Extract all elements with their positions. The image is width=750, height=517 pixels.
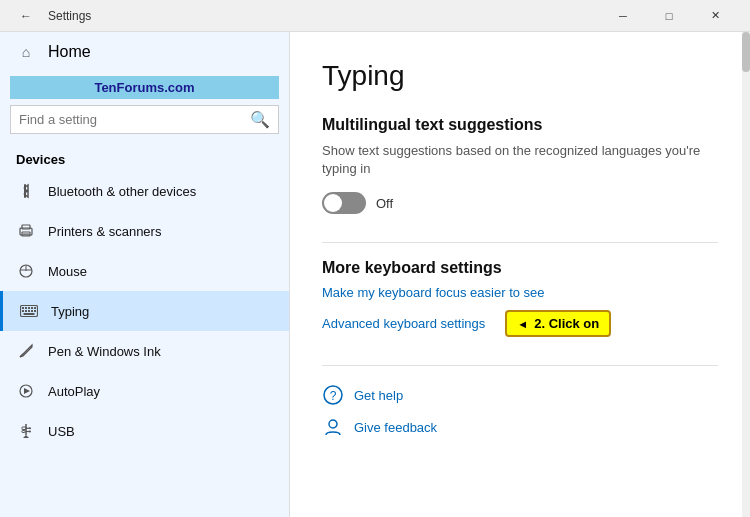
svg-rect-11: [22, 307, 24, 309]
mouse-icon: [16, 261, 36, 281]
bluetooth-icon: [16, 181, 36, 201]
sidebar-item-autoplay[interactable]: AutoPlay: [0, 371, 289, 411]
mouse-label: Mouse: [48, 264, 87, 279]
advanced-link[interactable]: Advanced keyboard settings: [322, 316, 485, 331]
svg-rect-15: [34, 307, 36, 309]
toggle-knob: [324, 194, 342, 212]
toggle-label: Off: [376, 196, 393, 211]
sidebar: ⌂ Home TenForums.com 🔍 Devices Bluetooth…: [0, 32, 290, 517]
feedback-item[interactable]: Give feedback: [322, 416, 718, 438]
window-title: Settings: [48, 9, 91, 23]
devices-section-label: Devices: [0, 144, 289, 171]
svg-point-29: [29, 427, 31, 429]
minimize-button[interactable]: ─: [600, 0, 646, 32]
bluetooth-label: Bluetooth & other devices: [48, 184, 196, 199]
svg-marker-24: [24, 388, 30, 394]
sidebar-item-printers[interactable]: Printers & scanners: [0, 211, 289, 251]
svg-rect-30: [22, 431, 25, 433]
section-divider: [322, 242, 718, 243]
svg-rect-20: [34, 310, 36, 312]
app-body: ⌂ Home TenForums.com 🔍 Devices Bluetooth…: [0, 32, 750, 517]
close-button[interactable]: ✕: [692, 0, 738, 32]
search-input[interactable]: [19, 112, 250, 127]
svg-point-32: [29, 431, 31, 433]
title-bar-nav: ←: [12, 2, 40, 30]
watermark: TenForums.com: [10, 76, 279, 99]
help-item[interactable]: ? Get help: [322, 384, 718, 406]
footer-section: ? Get help Give feedback: [322, 365, 718, 438]
maximize-button[interactable]: □: [646, 0, 692, 32]
keyboard-heading: More keyboard settings: [322, 259, 718, 277]
feedback-link[interactable]: Give feedback: [354, 420, 437, 435]
back-icon: ←: [20, 9, 32, 23]
title-bar: ← Settings ─ □ ✕: [0, 0, 750, 32]
multilingual-toggle-row: Off: [322, 192, 718, 214]
page-title: Typing: [322, 60, 718, 92]
callout-2: 2. Click on: [505, 310, 611, 337]
focus-link[interactable]: Make my keyboard focus easier to see: [322, 285, 718, 300]
back-button[interactable]: ←: [12, 2, 40, 30]
svg-rect-14: [31, 307, 33, 309]
pen-icon: [16, 341, 36, 361]
sidebar-item-pen[interactable]: Pen & Windows Ink: [0, 331, 289, 371]
typing-label: Typing: [51, 304, 89, 319]
usb-icon: [16, 421, 36, 441]
sidebar-item-bluetooth[interactable]: Bluetooth & other devices: [0, 171, 289, 211]
svg-rect-19: [31, 310, 33, 312]
sidebar-item-home[interactable]: ⌂ Home: [0, 32, 289, 72]
usb-label: USB: [48, 424, 75, 439]
autoplay-icon: [16, 381, 36, 401]
scrollbar-track[interactable]: [742, 32, 750, 517]
search-box[interactable]: 🔍: [10, 105, 279, 134]
svg-rect-17: [25, 310, 27, 312]
multilingual-desc: Show text suggestions based on the recog…: [322, 142, 718, 178]
printer-icon: [16, 221, 36, 241]
sidebar-item-usb[interactable]: USB: [0, 411, 289, 451]
pen-label: Pen & Windows Ink: [48, 344, 161, 359]
search-icon: 🔍: [250, 110, 270, 129]
advanced-link-area: Advanced keyboard settings 2. Click on: [322, 310, 718, 337]
svg-text:?: ?: [330, 389, 337, 403]
sidebar-item-typing[interactable]: Typing 1. Click on: [0, 291, 289, 331]
svg-rect-16: [22, 310, 24, 312]
svg-rect-12: [25, 307, 27, 309]
sidebar-item-mouse[interactable]: Mouse: [0, 251, 289, 291]
scrollbar-thumb[interactable]: [742, 32, 750, 72]
printers-label: Printers & scanners: [48, 224, 161, 239]
autoplay-label: AutoPlay: [48, 384, 100, 399]
svg-marker-26: [23, 435, 29, 438]
main-content: Typing Multilingual text suggestions Sho…: [290, 32, 750, 517]
multilingual-toggle[interactable]: [322, 192, 366, 214]
svg-rect-18: [28, 310, 30, 312]
svg-rect-13: [28, 307, 30, 309]
home-label: Home: [48, 43, 91, 61]
help-link[interactable]: Get help: [354, 388, 403, 403]
svg-rect-21: [24, 313, 35, 315]
keyboard-icon: [19, 301, 39, 321]
multilingual-heading: Multilingual text suggestions: [322, 116, 718, 134]
help-icon: ?: [322, 384, 344, 406]
feedback-icon: [322, 416, 344, 438]
home-icon: ⌂: [16, 42, 36, 62]
window-controls: ─ □ ✕: [600, 0, 738, 32]
svg-point-35: [329, 420, 337, 428]
title-bar-left: ← Settings: [12, 2, 600, 30]
